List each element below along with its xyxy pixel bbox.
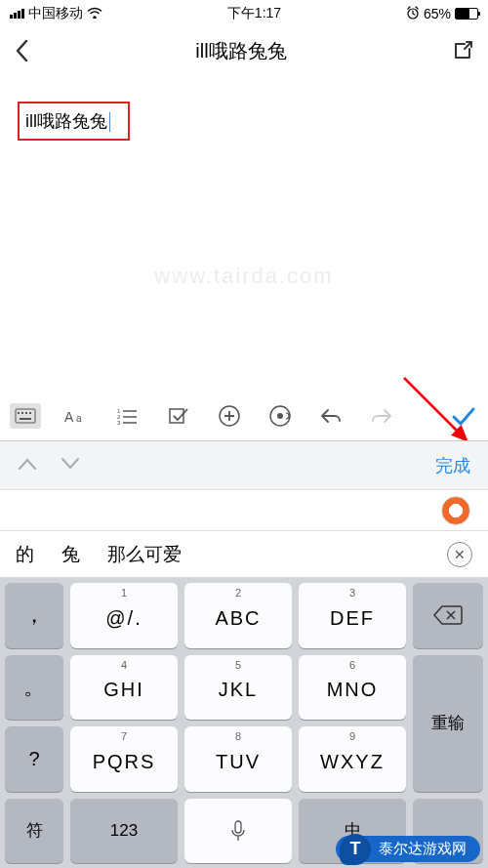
key-3[interactable]: 3DEF [299,583,406,648]
key-2[interactable]: 2ABC [184,583,292,648]
candidate-3[interactable]: 那么可爱 [107,542,182,567]
undo-button[interactable] [316,401,346,431]
key-backspace[interactable] [413,583,483,648]
key-comma[interactable]: ， [5,583,63,648]
key-9[interactable]: 9WXYZ [299,726,406,792]
navbar: ill哦路兔兔 [0,27,488,74]
svg-rect-1 [16,409,35,423]
key-period[interactable]: 。 [5,655,63,721]
key-7[interactable]: 7PQRS [70,726,178,792]
list-button[interactable]: 123 [113,401,142,431]
add-button[interactable] [215,401,244,431]
input-text: ill哦路兔兔 [25,111,107,131]
carrier-label: 中国移动 [28,5,83,22]
next-candidate-icon[interactable] [61,457,80,475]
status-time: 下午1:17 [227,5,281,22]
key-1[interactable]: 1@/. [70,583,178,648]
svg-text:a: a [76,413,82,424]
candidate-control-bar: 完成 [0,440,488,489]
record-button[interactable] [265,401,295,431]
candidate-words: 的 兔 那么可爱 ✕ [0,530,488,577]
font-button[interactable]: Aa [62,401,92,431]
svg-rect-2 [18,412,20,414]
export-button[interactable] [451,39,474,62]
alarm-icon [406,6,420,22]
key-reinput[interactable]: 重输 [413,655,483,792]
keyboard-done-button[interactable]: 完成 [435,454,470,477]
key-123[interactable]: 123 [70,799,178,864]
svg-rect-4 [25,412,27,414]
svg-rect-20 [235,821,241,833]
brand-badge: T 泰尔达游戏网 [336,836,480,862]
page-title: ill哦路兔兔 [195,38,286,64]
svg-rect-3 [21,412,23,414]
redo-button[interactable] [367,401,396,431]
svg-text:A: A [64,409,74,425]
key-4[interactable]: 4GHI [70,655,178,721]
note-text-input[interactable]: ill哦路兔兔 [18,102,130,141]
key-symbol[interactable]: 符 [5,799,63,864]
battery-pct: 65% [424,6,451,21]
brand-text: 泰尔达游戏网 [379,840,467,856]
keyboard: ， 1@/. 2ABC 3DEF 。 4GHI 5JKL 6MNO 重输 ? 7… [0,577,488,868]
key-question[interactable]: ? [5,726,63,792]
text-cursor [109,112,110,132]
key-5[interactable]: 5JKL [184,655,292,721]
battery-icon [455,8,478,20]
watermark: www.tairda.com [154,264,333,289]
sticker-icon[interactable] [441,496,470,525]
key-voice[interactable] [184,799,292,864]
keyboard-toggle-button[interactable] [10,403,41,429]
status-left: 中国移动 [10,5,102,22]
checklist-button[interactable] [164,401,193,431]
status-bar: 中国移动 下午1:17 65% [0,0,488,27]
wifi-icon [87,6,102,21]
signal-icon [10,9,24,19]
editor-toolbar: Aa 123 [0,392,488,440]
svg-rect-5 [29,412,31,414]
svg-rect-6 [20,418,31,420]
back-button[interactable] [14,37,31,64]
close-candidates-icon[interactable]: ✕ [447,542,472,567]
status-right: 65% [406,6,478,22]
edit-area[interactable]: ill哦路兔兔 [0,74,488,168]
prev-candidate-icon[interactable] [18,457,37,475]
key-8[interactable]: 8TUV [184,726,292,792]
brand-icon: T [340,834,371,865]
confirm-button[interactable] [449,401,478,431]
key-6[interactable]: 6MNO [299,655,406,721]
sticker-row [0,489,488,530]
candidate-2[interactable]: 兔 [61,542,80,567]
svg-text:3: 3 [117,420,121,425]
candidate-1[interactable]: 的 [16,542,34,567]
svg-point-18 [277,413,283,419]
